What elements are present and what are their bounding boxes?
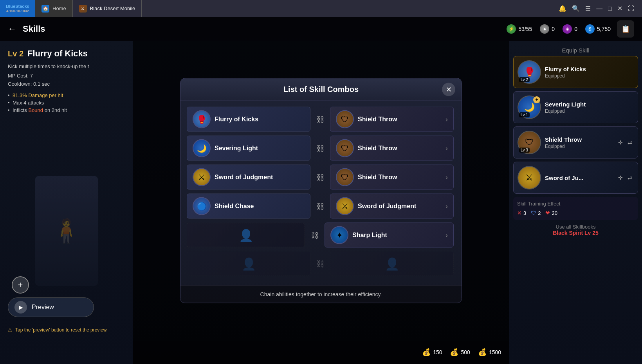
combo-row-2: 🌙 Severing Light ⛓ 🛡 Shield Throw › xyxy=(187,136,454,161)
training-stat-shield: 🛡 2 xyxy=(531,210,541,216)
back-button[interactable]: ← xyxy=(8,24,16,34)
combo-right-4[interactable]: ⚔ Sword of Judgment › xyxy=(330,194,454,219)
shield-throw-icon-3: 🛡 xyxy=(336,168,354,186)
training-stats: ✕ 3 🛡 2 ❤ 20 xyxy=(517,210,634,216)
skill-card-action-icons: ✛ ⇄ xyxy=(617,139,634,146)
combo-right-3[interactable]: 🛡 Shield Throw › xyxy=(330,165,454,190)
stone-icon: ● xyxy=(540,24,549,34)
center-panel: Skill Combos List of Skill Combos ✕ 🥊 Fl… xyxy=(133,41,509,341)
chain-arrow-2: ⛓ xyxy=(314,142,327,155)
skill-card-name-flurry: Flurry of Kicks xyxy=(545,66,634,72)
expand-icon-2: › xyxy=(445,144,448,152)
warning-icon: ⚠ xyxy=(8,327,12,333)
sword-card-icon: ⚔ xyxy=(518,166,541,189)
close-icon[interactable]: ✕ xyxy=(617,5,622,12)
chain-icon-2: ⛓ xyxy=(316,144,324,153)
use-skillbooks-label[interactable]: Use all Skillbooks xyxy=(513,224,638,230)
expand-icon-3: › xyxy=(445,173,448,181)
x-icon: ✕ xyxy=(517,210,522,216)
cost-item-1: 💰 150 xyxy=(422,348,442,357)
skill-combos-modal: List of Skill Combos ✕ 🥊 Flurry of Kicks… xyxy=(180,78,462,303)
left-panel: Lv 2 Flurry of Kicks Kick multiple times… xyxy=(0,41,133,364)
bell-icon[interactable]: 🔔 xyxy=(559,5,566,12)
skill-card-info-sword: Sword of Ju... xyxy=(545,175,613,181)
shield-chase-icon: 🔵 xyxy=(193,197,211,215)
combo-skill-name-2: Severing Light xyxy=(215,145,258,152)
combo-left-4[interactable]: 🔵 Shield Chase xyxy=(187,194,310,219)
training-stat-x: ✕ 3 xyxy=(517,210,526,216)
cost-item-3: 💰 1500 xyxy=(478,348,501,357)
combo-row-5: 👤 ⛓ ✦ Sharp Light › xyxy=(187,223,454,248)
combo-right-1[interactable]: 🛡 Shield Throw › xyxy=(330,107,454,132)
expand-icon-5: › xyxy=(445,231,448,239)
skill-card-status-severing: Equipped xyxy=(545,108,634,114)
bullet-effect: Inflicts Bound on 2nd hit xyxy=(8,106,125,114)
tab-home[interactable]: 🏠 Home xyxy=(35,0,73,17)
combo-skill-name-3: Sword of Judgment xyxy=(215,174,273,181)
training-section: Skill Training Effect ✕ 3 🛡 2 ❤ 20 xyxy=(513,197,638,220)
plus-badge-severing: + xyxy=(533,96,540,103)
combo-skill-name-1: Flurry of Kicks xyxy=(215,116,258,123)
combo-left-2[interactable]: 🌙 Severing Light xyxy=(187,136,310,161)
sword-action-icons: ✛ ⇄ xyxy=(617,174,634,182)
sword-swap-icon: ⇄ xyxy=(626,174,634,182)
combo-right-2[interactable]: 🛡 Shield Throw › xyxy=(330,136,454,161)
skill-card-name-sword: Sword of Ju... xyxy=(545,175,613,181)
combo-right-5[interactable]: ✦ Sharp Light › xyxy=(325,223,454,248)
combo-right-name-3: Shield Throw xyxy=(358,174,397,181)
game-icon: ⚔ xyxy=(79,5,87,13)
add-button[interactable]: + xyxy=(12,276,29,294)
chain-arrow-3: ⛓ xyxy=(314,171,327,184)
skill-card-status-flurry: Equipped xyxy=(545,73,634,79)
chain-icon-1: ⛓ xyxy=(316,115,324,124)
skill-bullets: 81.3% Damage per hit Max 4 attacks Infli… xyxy=(8,92,125,114)
modal-close-button[interactable]: ✕ xyxy=(442,83,455,96)
bullet-damage: 81.3% Damage per hit xyxy=(8,92,125,99)
combo-skill-name-4: Shield Chase xyxy=(215,203,254,210)
menu-icon[interactable]: ☰ xyxy=(585,5,591,12)
heart-icon: ❤ xyxy=(545,210,550,216)
stone-resource: ● 0 xyxy=(540,24,555,34)
move-icon: ✛ xyxy=(617,139,624,146)
sharp-icon: ✦ xyxy=(330,226,348,244)
combo-left-3[interactable]: ⚔ Sword of Judgment xyxy=(187,165,310,190)
expand-icon-1: › xyxy=(445,115,448,123)
search-icon[interactable]: 🔍 xyxy=(572,5,580,12)
home-icon: 🏠 xyxy=(41,5,49,13)
tab-game[interactable]: ⚔ Black Desert Mobile xyxy=(73,0,142,17)
minimize-icon[interactable]: — xyxy=(596,5,602,12)
modal-body: 🥊 Flurry of Kicks ⛓ 🛡 Shield Throw › xyxy=(180,101,462,285)
combo-left-1[interactable]: 🥊 Flurry of Kicks xyxy=(187,107,310,132)
skill-card-info-shield: Shield Throw Equipped xyxy=(545,136,613,149)
training-title: Skill Training Effect xyxy=(517,201,634,207)
preview-button[interactable]: ▶ Preview xyxy=(8,297,94,317)
fullscreen-icon[interactable]: ⛶ xyxy=(628,5,634,12)
skill-card-sword[interactable]: ⚔ Sword of Ju... ✛ ⇄ xyxy=(513,162,638,194)
skill-card-shield-throw[interactable]: 🛡 Lv 3 Shield Throw Equipped ✛ ⇄ xyxy=(513,126,638,159)
combo-row-1: 🥊 Flurry of Kicks ⛓ 🛡 Shield Throw › xyxy=(187,107,454,132)
skill-card-severing[interactable]: 🌙 Lv 1 + Severing Light Equipped xyxy=(513,91,638,123)
combos-list: 🥊 Flurry of Kicks ⛓ 🛡 Shield Throw › xyxy=(187,107,455,279)
skill-card-info-flurry: Flurry of Kicks Equipped xyxy=(545,66,634,79)
chain-icon-3: ⛓ xyxy=(316,173,324,182)
combo-right-name-2: Shield Throw xyxy=(358,145,397,152)
character-area: 🧍 xyxy=(0,176,133,286)
combo-row-4: 🔵 Shield Chase ⛓ ⚔ Sword of Judgment › xyxy=(187,194,454,219)
skill-card-flurry[interactable]: 🥊 Lv 2 Flurry of Kicks Equipped xyxy=(513,56,638,88)
crystal-icon: ◈ xyxy=(563,24,572,34)
game-area: ← Skills ⚡ 53/55 ● 0 ◈ 0 $ 5,750 📋 xyxy=(0,17,642,364)
shield-throw-icon-2: 🛡 xyxy=(336,139,354,157)
skill-card-name-shield: Shield Throw xyxy=(545,136,613,143)
screenshot-button[interactable]: 📋 xyxy=(617,20,634,38)
swap-icon: ⇄ xyxy=(626,139,634,146)
combo-row-6-partial: 👤 ⛓ 👤 xyxy=(187,252,454,276)
combo-right-name-1: Shield Throw xyxy=(358,116,397,123)
combo-right-placeholder: 👤 xyxy=(330,252,454,276)
chain-arrow-4: ⛓ xyxy=(314,200,327,213)
maximize-icon[interactable]: □ xyxy=(608,5,612,12)
skill-card-name-severing: Severing Light xyxy=(545,101,634,108)
skill-card-status-shield: Equipped xyxy=(545,144,613,149)
resource-bar: ⚡ 53/55 ● 0 ◈ 0 $ 5,750 xyxy=(507,24,611,34)
chain-arrow-6: ⛓ xyxy=(314,257,327,270)
cost-item-2: 💰 500 xyxy=(450,348,470,357)
